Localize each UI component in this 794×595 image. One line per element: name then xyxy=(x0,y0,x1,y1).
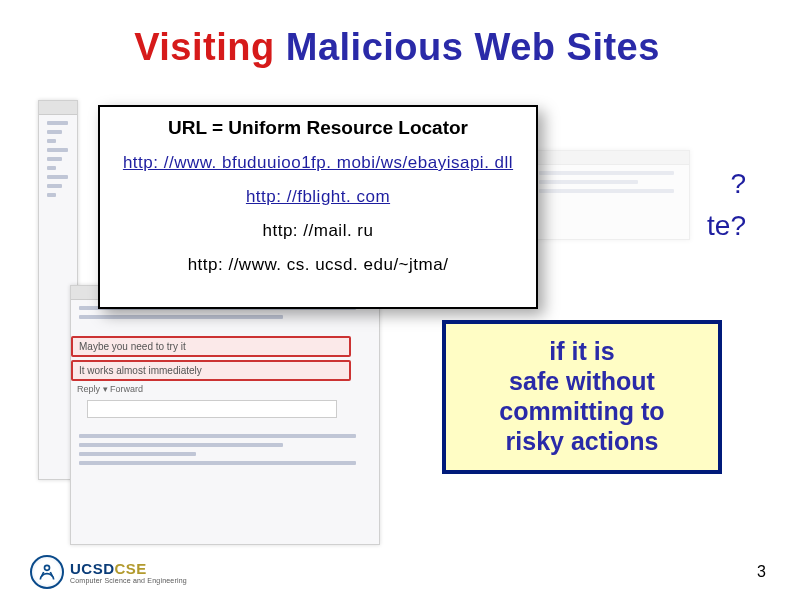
hidden-text-fragment-1: ? xyxy=(730,168,746,200)
logo-subtitle: Computer Science and Engineering xyxy=(70,577,187,584)
goal-line-3: committing to xyxy=(499,397,664,425)
title-word-1: Visiting xyxy=(134,26,275,68)
svg-point-0 xyxy=(45,565,50,570)
logo-cse: CSE xyxy=(115,560,147,577)
gmail-reply-forward: Reply ▾ Forward xyxy=(71,384,351,394)
title-word-2: Malicious xyxy=(286,26,464,68)
url-definition-box: URL = Uniform Resource Locator http: //w… xyxy=(98,105,538,309)
footer-logo: UCSDCSE Computer Science and Engineering xyxy=(30,555,187,589)
title-word-4: Sites xyxy=(567,26,660,68)
gmail-highlight-1: Maybe you need to try it xyxy=(71,336,351,357)
url-box-heading: URL = Uniform Resource Locator xyxy=(112,117,524,139)
url-example-3: http: //mail. ru xyxy=(112,221,524,241)
goal-line-1: if it is xyxy=(549,337,614,365)
ucsd-person-icon xyxy=(30,555,64,589)
slide: Visiting Malicious Web Sites Maybe you n… xyxy=(0,0,794,595)
hidden-text-fragment-2: te? xyxy=(707,210,746,242)
page-number: 3 xyxy=(757,563,766,581)
url-example-1[interactable]: http: //www. bfuduuioo1fp. mobi/ws/ebayi… xyxy=(112,153,524,173)
title-word-3: Web xyxy=(474,26,555,68)
slide-title: Visiting Malicious Web Sites xyxy=(0,26,794,69)
background-screenshot-gmail: Maybe you need to try it It works almost… xyxy=(70,285,380,545)
goal-text: if it is safe without committing to risk… xyxy=(456,336,708,456)
goal-line-2: safe without xyxy=(509,367,655,395)
url-example-4: http: //www. cs. ucsd. edu/~jtma/ xyxy=(112,255,524,275)
logo-text: UCSDCSE xyxy=(70,560,187,577)
logo-ucsd: UCSD xyxy=(70,560,115,577)
logo-text-block: UCSDCSE Computer Science and Engineering xyxy=(70,560,187,584)
gmail-highlight-2: It works almost immediately xyxy=(71,360,351,381)
goal-callout-box: if it is safe without committing to risk… xyxy=(442,320,722,474)
gmail-reply-input xyxy=(87,400,337,418)
background-screenshot-right xyxy=(530,150,690,240)
goal-line-4: risky actions xyxy=(506,427,659,455)
url-example-2[interactable]: http: //fblight. com xyxy=(112,187,524,207)
